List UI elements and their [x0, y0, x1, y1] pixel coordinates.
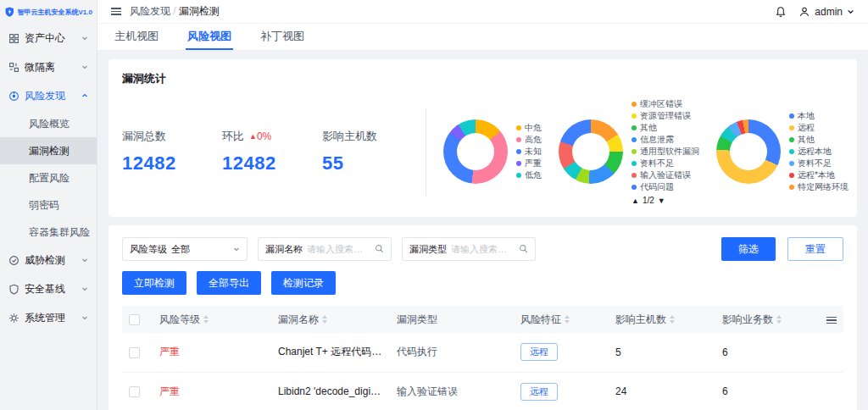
vuln-name-search-input[interactable]: 漏洞名称 请输入搜索的内容	[258, 237, 392, 261]
vuln-name-cell[interactable]: Chanjet T+ 远程代码执行漏洞	[271, 333, 390, 372]
column-label: 漏洞类型	[397, 313, 437, 325]
column-affected-services[interactable]: 影响业务数	[715, 306, 815, 333]
sidebar-subitem-weak-password[interactable]: 弱密码	[0, 191, 97, 219]
legend-label: 资源管理错误	[640, 110, 691, 122]
legend-item[interactable]: 其他	[632, 122, 699, 134]
legend-item[interactable]: 信息泄露	[632, 134, 699, 146]
legend-item[interactable]: 远程	[789, 122, 849, 134]
legend-item[interactable]: 缓冲区错误	[632, 98, 699, 110]
sidebar-item-security-baseline[interactable]: 安全基线	[0, 274, 97, 303]
sidebar-item-micro-isolation[interactable]: 微隔离	[0, 53, 97, 81]
column-label: 漏洞名称	[278, 313, 319, 325]
legend-pager: ▲ 1/2 ▼	[632, 196, 699, 205]
legend-item[interactable]: 远程本地	[789, 146, 849, 158]
sidebar-nav: 资产中心 微隔离 风险发现 风险概览 漏洞检测 配置风险 弱密码 容器集群风险 …	[0, 24, 97, 332]
legend-item[interactable]: 资料不足	[789, 158, 849, 169]
sidebar-item-system-management[interactable]: 系统管理	[0, 303, 97, 332]
tab-host-view[interactable]: 主机视图	[113, 24, 160, 50]
sidebar-subitem-risk-overview[interactable]: 风险概览	[0, 110, 97, 137]
legend-item[interactable]: 严重	[516, 158, 542, 169]
export-all-button[interactable]: 全部导出	[197, 271, 261, 295]
vuln-type-cell: 代码执行	[390, 333, 514, 372]
column-risk-feature[interactable]: 风险特征	[514, 306, 609, 333]
legend-dot-icon	[789, 114, 794, 119]
increase-arrow-icon: ▲	[249, 132, 257, 141]
legend-label: 特定网络环境	[798, 181, 849, 193]
table-row[interactable]: 严重 Libidn2 'decode_digit' 函数整数溢... 输入验证错…	[122, 372, 843, 410]
legend-item[interactable]: 低危	[516, 169, 542, 181]
legend-label: 通用型软件漏洞	[640, 146, 699, 158]
legend-label: 低危	[525, 169, 542, 181]
legend-label: 高危	[525, 134, 542, 146]
sidebar-item-risk-discovery[interactable]: 风险发现	[0, 81, 97, 110]
feature-legend: 本地 远程 其他 远程本地 资料不足 远程*本地 特定网络环境	[789, 110, 849, 193]
table-row[interactable]: 严重 Chanjet T+ 远程代码执行漏洞 代码执行 远程 5 6	[122, 333, 843, 372]
reset-button[interactable]: 重置	[787, 237, 843, 261]
legend-item[interactable]: 高危	[516, 134, 542, 146]
column-settings-cell	[815, 306, 843, 333]
column-risk-level[interactable]: 风险等级	[153, 306, 271, 333]
risk-level-cell: 严重	[153, 372, 271, 410]
vuln-table-card: 风险等级 全部 漏洞名称 请输入搜索的内容 漏洞类型 请输入搜索的内容 筛选 重…	[108, 225, 857, 410]
sidebar-subitem-vuln-detection[interactable]: 漏洞检测	[0, 137, 97, 164]
legend-item[interactable]: 输入验证错误	[632, 169, 699, 181]
stat-value: 12482	[222, 152, 312, 175]
legend-item[interactable]: 中危	[516, 122, 542, 134]
sidebar-item-label: 威胁检测	[25, 253, 65, 268]
sidebar-subitem-container-cluster-risk[interactable]: 容器集群风险	[0, 219, 97, 246]
sidebar-item-threat-detection[interactable]: 威胁检测	[0, 246, 97, 274]
legend-label: 本地	[798, 110, 815, 122]
search-icon	[519, 244, 528, 255]
legend-item[interactable]: 资料不足	[632, 158, 699, 169]
risk-feature-cell: 远程	[514, 333, 609, 372]
sidebar-subitem-config-risk[interactable]: 配置风险	[0, 164, 97, 191]
system-management-icon	[8, 313, 19, 324]
legend-item[interactable]: 通用型软件漏洞	[632, 146, 699, 158]
column-label: 风险等级	[159, 313, 200, 325]
sidebar-item-asset-center[interactable]: 资产中心	[0, 24, 97, 53]
tab-risk-view[interactable]: 风险视图	[186, 24, 233, 50]
vuln-name-cell[interactable]: Libidn2 'decode_digit' 函数整数溢...	[271, 372, 390, 410]
column-affected-hosts[interactable]: 影响主机数	[609, 306, 715, 333]
chevron-down-icon	[233, 246, 240, 252]
chevron-down-icon	[847, 8, 854, 15]
legend-item[interactable]: 其他	[789, 134, 849, 146]
user-menu[interactable]: admin	[798, 6, 854, 18]
legend-next-icon[interactable]: ▼	[658, 197, 665, 205]
legend-item[interactable]: 远程*本地	[789, 169, 849, 181]
vuln-type-cell: 输入验证错误	[390, 372, 514, 410]
risk-level-select[interactable]: 风险等级 全部	[122, 237, 248, 261]
legend-dot-icon	[632, 125, 637, 130]
legend-item[interactable]: 资源管理错误	[632, 110, 699, 122]
content-area: 漏洞统计 漏洞总数 12482 环比 ▲ 0% 12482 影响主机数 55	[97, 51, 868, 410]
row-checkbox[interactable]	[129, 347, 140, 358]
type-donut-chart: 缓冲区错误 资源管理错误 其他 信息泄露 通用型软件漏洞 资料不足 输入验证错误…	[559, 98, 699, 205]
tab-label: 风险视图	[187, 29, 231, 44]
breadcrumb-parent[interactable]: 风险发现	[130, 5, 170, 17]
column-vuln-name[interactable]: 漏洞名称	[271, 306, 390, 333]
vuln-type-search-input[interactable]: 漏洞类型 请输入搜索的内容	[402, 237, 536, 261]
legend-item[interactable]: 特定网络环境	[789, 181, 849, 193]
notification-bell-icon[interactable]	[775, 6, 787, 18]
stat-value: 55	[322, 152, 412, 175]
stat-label: 影响主机数	[322, 129, 412, 144]
column-vuln-type[interactable]: 漏洞类型	[390, 306, 514, 333]
column-settings-icon[interactable]	[826, 317, 837, 324]
sidebar-item-label: 微隔离	[25, 60, 55, 75]
sidebar-subitem-label: 风险概览	[29, 117, 70, 131]
row-checkbox[interactable]	[129, 386, 140, 397]
column-label: 影响业务数	[722, 313, 773, 325]
legend-item[interactable]: 本地	[789, 110, 849, 122]
legend-item[interactable]: 代码问题	[632, 181, 699, 193]
severity-donut	[443, 119, 508, 184]
tab-patch-view[interactable]: 补丁视图	[259, 24, 306, 50]
donut-hole	[457, 133, 494, 170]
legend-prev-icon[interactable]: ▲	[632, 197, 639, 205]
scan-now-button[interactable]: 立即检测	[122, 271, 186, 295]
select-all-checkbox[interactable]	[129, 314, 140, 325]
sidebar-toggle-icon[interactable]	[111, 8, 121, 15]
detection-records-button[interactable]: 检测记录	[271, 271, 336, 295]
chevron-down-icon	[81, 285, 88, 292]
legend-item[interactable]: 未知	[516, 146, 542, 158]
filter-button[interactable]: 筛选	[721, 237, 776, 261]
